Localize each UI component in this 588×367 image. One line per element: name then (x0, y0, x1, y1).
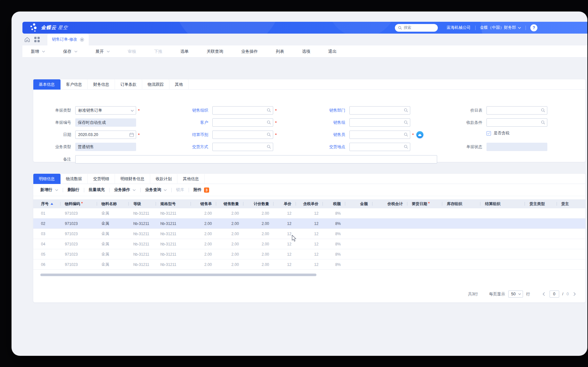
table-cell[interactable]: hb-31211 (129, 211, 156, 216)
table-cell[interactable]: 8% (323, 262, 345, 267)
table-cell[interactable]: 12 (274, 221, 296, 226)
table-cell[interactable]: hb-31211 (156, 221, 191, 226)
help-button[interactable]: ? (530, 24, 537, 31)
table-cell[interactable]: 12 (274, 232, 296, 236)
detail-toolbar-button-业务操作[interactable]: 业务操作 (114, 187, 136, 193)
remarks-input[interactable] (75, 155, 437, 164)
table-cell[interactable]: 8% (323, 221, 345, 226)
sales-dept-lookup[interactable] (349, 106, 410, 115)
horizontal-scrollbar-thumb[interactable] (40, 274, 316, 276)
table-cell[interactable]: 971023 (61, 232, 97, 236)
table-cell[interactable]: 971023 (61, 221, 97, 226)
toolbar-button-展开[interactable]: 展开 (95, 49, 110, 54)
delivery-place-lookup[interactable] (349, 143, 410, 151)
table-cell[interactable]: 金属 (97, 211, 129, 216)
customer-lookup[interactable] (212, 118, 273, 127)
sales-org-lookup[interactable] (212, 106, 273, 115)
table-cell[interactable]: 2.00 (243, 232, 274, 236)
table-cell[interactable]: 2.00 (191, 221, 216, 226)
table-cell[interactable]: 971023 (61, 242, 97, 246)
toolbar-button-选单[interactable]: 选单 (180, 49, 189, 54)
table-cell[interactable]: hb-31211 (129, 262, 156, 267)
table-cell[interactable]: 2.00 (216, 211, 243, 216)
delivery-place-label[interactable]: 交货地点 (310, 144, 345, 150)
settle-currency-lookup[interactable] (212, 131, 273, 139)
page-number-input[interactable]: 0 (550, 291, 559, 298)
apps-menu-button[interactable] (32, 34, 42, 45)
detail-toolbar-button-业务查询[interactable]: 业务查询 (145, 187, 167, 193)
table-cell[interactable]: 2.00 (191, 242, 216, 246)
table-cell[interactable]: hb-31211 (156, 252, 191, 257)
toolbar-button-业务操作[interactable]: 业务操作 (241, 49, 258, 54)
table-cell[interactable]: 12 (296, 252, 323, 257)
column-header-税额[interactable]: 税额 (323, 199, 345, 208)
prev-page-button[interactable] (541, 291, 546, 298)
table-cell[interactable]: 2.00 (243, 262, 274, 267)
column-header-销售单[interactable]: 销售单 (191, 199, 216, 208)
close-tab-icon[interactable] (80, 37, 84, 42)
page-tab-sales-order[interactable]: 销售订单-修改 (47, 34, 89, 45)
table-cell[interactable]: 12 (296, 221, 323, 226)
payment-terms-lookup[interactable] (486, 118, 547, 127)
table-cell[interactable]: hb-31211 (156, 242, 191, 246)
column-header-等级[interactable]: 等级 (129, 199, 156, 208)
column-header-含税单价[interactable]: 含税单价 (296, 199, 323, 208)
table-cell[interactable]: 8% (323, 252, 345, 257)
table-cell[interactable]: 金属 (97, 221, 129, 226)
table-cell[interactable]: 8% (323, 211, 345, 216)
sales-org-label[interactable]: 销售组织 (173, 108, 208, 113)
table-cell[interactable]: 12 (274, 211, 296, 216)
table-cell[interactable]: 12 (274, 242, 296, 246)
table-cell[interactable]: 金属 (97, 262, 129, 267)
column-header-物料名称[interactable]: 物料名称 (97, 199, 129, 208)
tab-其他[interactable]: 其他 (169, 79, 189, 90)
table-cell[interactable]: 2.00 (191, 252, 216, 257)
delivery-method-lookup[interactable] (212, 143, 273, 151)
table-row[interactable]: 03971023金属hb-31211hb-312112.002.002.0012… (33, 229, 585, 239)
table-cell[interactable]: 02 (33, 221, 61, 226)
column-header-金额[interactable]: 金额 (345, 199, 372, 208)
table-row[interactable]: 01971023金属hb-31211hb-312112.002.002.0012… (33, 208, 585, 219)
tab-订单条款[interactable]: 订单条款 (115, 79, 142, 90)
table-cell[interactable]: 2.00 (191, 211, 216, 216)
global-search-input[interactable]: 搜索 (395, 24, 438, 32)
next-page-button[interactable] (572, 291, 577, 298)
table-cell[interactable]: 2.00 (191, 262, 216, 267)
column-header-价税合计[interactable]: 价税合计 (372, 199, 407, 208)
table-cell[interactable]: 971023 (61, 252, 97, 257)
table-cell[interactable]: 金属 (97, 251, 129, 257)
table-cell[interactable]: hb-31211 (156, 211, 191, 216)
table-cell[interactable]: 2.00 (243, 252, 274, 257)
detail-tab-交货明细[interactable]: 交货明细 (88, 174, 115, 184)
settle-currency-label[interactable]: 结算币别 (173, 132, 208, 138)
table-cell[interactable]: 2.00 (216, 242, 243, 246)
column-header-库存组织[interactable]: 库存组织 (442, 199, 480, 208)
table-cell[interactable]: 2.00 (216, 252, 243, 257)
doc-no-input[interactable]: 保存时自动生成 (75, 118, 136, 127)
table-cell[interactable]: hb-31211 (129, 221, 156, 226)
column-header-货主类型[interactable]: 货主类型 (525, 199, 557, 208)
table-cell[interactable]: 金属 (97, 241, 129, 247)
table-cell[interactable]: 04 (33, 242, 61, 246)
table-cell[interactable]: hb-31211 (156, 232, 191, 236)
sales-dept-label[interactable]: 销售部门 (310, 108, 345, 113)
toolbar-button-列表[interactable]: 列表 (276, 49, 284, 54)
doc-type-input[interactable]: 标准销售订单 (75, 106, 136, 115)
detail-tab-其他信息[interactable]: 其他信息 (177, 174, 205, 184)
toolbar-button-选项[interactable]: 选项 (302, 49, 310, 54)
price-list-lookup[interactable] (486, 106, 547, 115)
table-cell[interactable]: 03 (33, 232, 61, 236)
date-input[interactable]: 2020.03.20 (75, 131, 136, 139)
table-cell[interactable]: hb-31211 (129, 232, 156, 236)
salesperson-label[interactable]: 销售员 (310, 132, 345, 138)
business-type-input[interactable]: 普通销售 (75, 143, 136, 151)
table-row[interactable]: 05971023金属hb-31211hb-312112.002.002.0012… (33, 249, 585, 259)
table-cell[interactable]: 12 (296, 242, 323, 246)
table-cell[interactable]: 971023 (61, 211, 97, 216)
table-cell[interactable]: 12 (296, 232, 323, 236)
table-cell[interactable]: hb-31211 (129, 252, 156, 257)
toolbar-button-退出[interactable]: 退出 (328, 49, 337, 54)
cloud-sync-button[interactable] (416, 131, 423, 138)
detail-toolbar-button-新增行[interactable]: 新增行 (40, 187, 58, 193)
table-cell[interactable]: 2.00 (243, 211, 274, 216)
